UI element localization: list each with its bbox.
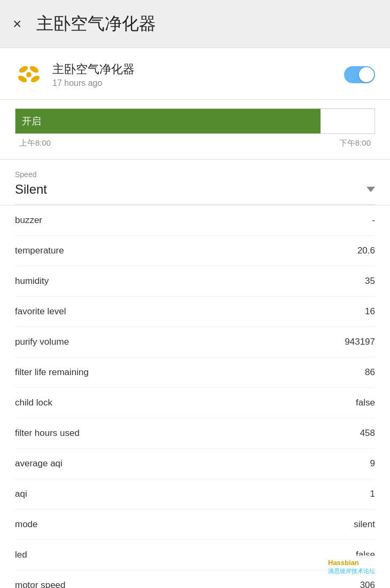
attr-name: filter hours used	[15, 428, 80, 439]
schedule-section: 开启 上午8:00 下午8:00	[0, 100, 390, 160]
table-row: filter life remaining86	[15, 357, 375, 388]
attr-name: buzzer	[15, 215, 42, 226]
table-row: filter hours used458	[15, 418, 375, 449]
svg-point-5	[27, 73, 31, 77]
attr-value: 16	[365, 306, 375, 317]
device-time: 17 hours ago	[52, 78, 344, 88]
svg-point-4	[30, 74, 41, 84]
attr-name: motor speed	[15, 580, 66, 588]
fan-icon	[15, 61, 43, 89]
close-button[interactable]: ×	[13, 17, 21, 31]
table-row: average aqi9	[15, 449, 375, 479]
table-row: modesilent	[15, 510, 375, 540]
attr-name: favorite level	[15, 306, 66, 317]
table-row: child lockfalse	[15, 388, 375, 418]
attr-name: temperature	[15, 245, 64, 256]
schedule-time-end: 下午8:00	[339, 138, 371, 148]
attr-name: filter life remaining	[15, 367, 89, 378]
schedule-times: 上午8:00 下午8:00	[15, 138, 375, 148]
attr-value: false	[356, 398, 375, 408]
attr-value: 943197	[345, 337, 375, 347]
attr-value: silent	[354, 519, 375, 530]
table-row: aqi1	[15, 479, 375, 510]
svg-point-3	[17, 74, 28, 84]
speed-value: Silent	[15, 182, 47, 197]
attr-name: purify volume	[15, 337, 69, 347]
toggle-knob	[359, 67, 374, 82]
attr-value: 1	[370, 489, 375, 499]
table-row: buzzer-	[15, 205, 375, 236]
device-card: 主卧空气净化器 17 hours ago	[0, 48, 390, 100]
table-row: humidity35	[15, 266, 375, 297]
attr-name: led	[15, 550, 27, 560]
device-name: 主卧空气净化器	[52, 61, 344, 77]
watermark: Hassbian 滴思彼岸技术论坛	[324, 555, 379, 577]
attr-value: -	[372, 215, 375, 226]
table-row: ledfalse	[15, 540, 375, 570]
schedule-bar-container: 开启	[15, 108, 375, 134]
attr-value: 86	[365, 367, 375, 378]
attr-name: humidity	[15, 276, 49, 287]
attributes-section: buzzer-temperature20.6humidity35favorite…	[0, 205, 390, 588]
table-row: favorite level16	[15, 297, 375, 327]
table-row: temperature20.6	[15, 236, 375, 266]
page-title: 主卧空气净化器	[36, 12, 156, 36]
speed-section: Speed Silent	[0, 160, 390, 205]
schedule-time-start: 上午8:00	[19, 138, 51, 148]
watermark-sub: 滴思彼岸技术论坛	[328, 567, 375, 575]
device-toggle[interactable]	[344, 66, 375, 83]
table-row: motor speed306	[15, 570, 375, 588]
watermark-brand: Hassbian	[328, 559, 359, 567]
chevron-down-icon	[366, 187, 375, 192]
schedule-bar: 开启	[15, 109, 321, 133]
attr-value: 20.6	[357, 245, 375, 256]
attr-value: 9	[370, 458, 375, 469]
attr-name: average aqi	[15, 458, 63, 469]
device-info: 主卧空气净化器 17 hours ago	[52, 61, 344, 88]
attr-name: mode	[15, 519, 38, 530]
attr-value: 458	[360, 428, 375, 439]
attr-value: 306	[360, 580, 375, 588]
speed-label: Speed	[15, 170, 375, 179]
header: × 主卧空气净化器	[0, 0, 390, 48]
attr-name: aqi	[15, 489, 27, 499]
schedule-bar-label: 开启	[22, 115, 41, 128]
attr-name: child lock	[15, 398, 52, 408]
table-row: purify volume943197	[15, 327, 375, 357]
attr-value: 35	[365, 276, 375, 287]
speed-select[interactable]: Silent	[15, 182, 375, 205]
